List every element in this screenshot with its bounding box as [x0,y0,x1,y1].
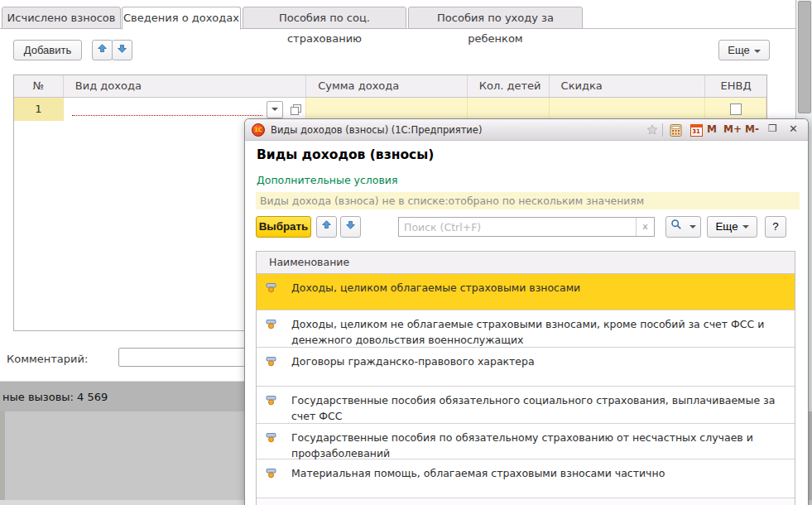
catalog-item-icon [266,318,279,334]
list-item-label: Доходы, целиком облагаемые страховыми вз… [291,281,580,294]
calendar-icon[interactable]: 31 [689,123,704,137]
row-number-cell[interactable]: 1 [14,98,64,121]
column-header-envd: ЕНВД [705,75,766,97]
tab-posobiya-ukhodu-za-rebenkom[interactable]: Пособия по уходу за ребенком [408,7,583,29]
favorites-star-icon[interactable] [645,123,660,137]
calculator-icon[interactable] [668,123,683,137]
desktop-left-strip [0,411,5,505]
arrow-up-icon [321,217,332,237]
add-button[interactable]: Добавить [13,40,82,60]
arrow-up-icon [97,41,108,60]
envd-checkbox[interactable] [730,103,742,115]
search-icon [670,220,685,233]
search-options-button[interactable] [665,216,701,238]
children-count-cell[interactable] [468,98,550,121]
filter-info-bar: Виды дохода (взноса) не в списке:отобран… [256,192,800,209]
more-button[interactable]: Еще [718,40,770,60]
close-button[interactable]: ✕ [789,123,798,135]
memory-m-plus-button[interactable]: М+ [723,123,742,135]
move-down-button[interactable] [112,40,132,60]
open-choice-button[interactable] [288,102,303,117]
income-types-modal: 1С Виды доходов (взносы) (1С:Предприятие… [244,118,809,505]
column-header-children-count: Кол. детей [468,75,550,97]
arrow-down-icon [117,41,127,60]
list-column-header: Наименование [257,252,795,274]
envd-cell[interactable] [705,98,766,121]
chevron-down-icon [271,108,278,111]
income-types-list: Наименование Доходы, целиком облагаемые … [256,251,795,505]
more-button-label: Еще [728,44,749,56]
open-form-icon [291,104,301,115]
1c-logo-icon: 1С [252,123,265,137]
list-item-label: Государственные пособия по обязательному… [291,431,753,459]
modal-heading: Виды доходов (взносы) [257,147,434,162]
catalog-item-icon [266,431,279,447]
move-up-button[interactable] [92,40,113,60]
income-type-input[interactable] [72,103,262,117]
column-header-number: № [14,75,64,97]
comment-label: Комментарий: [7,353,88,365]
help-button[interactable]: ? [765,216,786,238]
list-item-label: Договоры гражданско-правового характера [291,355,535,368]
list-item-label: Доходы, целиком не облагаемые страховыми… [291,318,764,346]
arrow-down-icon [345,217,356,237]
tab-ischisleno-vznosov[interactable]: Исчислено взносов [2,7,121,29]
modal-more-label: Еще [715,220,738,233]
maximize-button[interactable]: ❒ [768,123,777,134]
select-button[interactable]: Выбрать [256,216,311,238]
tab-svedeniya-o-dokhodakh[interactable]: Сведения о доходах [122,7,241,30]
income-sum-cell[interactable] [306,98,468,121]
search-input[interactable] [399,218,636,236]
search-field[interactable]: x [398,217,655,237]
column-header-income-sum: Сумма дохода [306,75,468,97]
column-header-discount: Скидка [550,75,706,97]
modal-more-button[interactable]: Еще [707,216,757,238]
additional-conditions-link[interactable]: Дополнительные условия [257,174,397,186]
income-table-header: № Вид дохода Сумма дохода Кол. детей Ски… [14,75,766,98]
dropdown-button[interactable] [267,101,283,118]
list-item-label: Государственные пособия обязательного со… [291,394,775,422]
catalog-item-icon [266,281,279,297]
modal-move-up-button[interactable] [316,216,337,238]
catalog-item-icon [266,467,279,483]
list-item[interactable]: Доходы, целиком не облагаемые страховыми… [257,310,795,348]
calendar-day-label: 31 [690,124,703,137]
tab-posobiya-soc-strakhovaniyu[interactable]: Пособия по соц. страхованию [243,7,406,29]
list-item[interactable]: Материальная помощь, облагаемая страховы… [257,459,795,498]
chevron-down-icon [689,225,696,228]
list-item[interactable]: Государственные пособия обязательного со… [257,387,795,424]
list-item[interactable]: Договоры гражданско-правового характера [257,348,795,387]
chevron-down-icon [742,225,749,228]
discount-cell[interactable] [550,98,706,121]
list-item[interactable]: Доходы, целиком облагаемые страховыми вз… [257,274,795,310]
catalog-item-icon [266,394,279,410]
titlebar-separator [662,123,663,137]
list-item[interactable]: Государственные пособия по обязательному… [257,424,795,459]
list-item-partial [257,498,795,505]
clear-search-button[interactable]: x [636,218,654,236]
table-row: 1 [14,98,766,121]
chevron-down-icon [754,50,761,53]
status-text: ные вызовы: 4 569 [2,391,108,403]
list-item-label: Материальная помощь, облагаемая страховы… [291,467,665,479]
memory-m-minus-button[interactable]: М- [745,123,759,135]
memory-m-button[interactable]: М [707,123,717,135]
scrollbar-thumb[interactable] [798,1,811,113]
catalog-item-icon [266,355,279,371]
income-type-edit-cell[interactable] [64,98,306,121]
modal-titlebar[interactable]: 1С Виды доходов (взносы) (1С:Предприятие… [245,119,808,141]
column-header-income-type: Вид дохода [64,75,306,97]
modal-title: Виды доходов (взносы) (1С:Предприятие) [271,124,482,136]
screen: Исчислено взносов Сведения о доходах Пос… [0,0,812,505]
modal-move-down-button[interactable] [340,216,361,238]
